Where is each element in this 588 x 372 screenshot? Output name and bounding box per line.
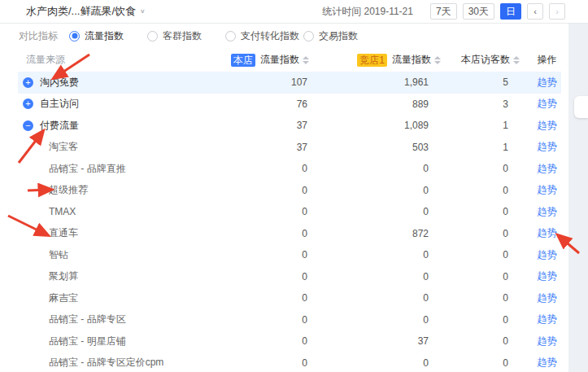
compare-metric-filter: 对比指标 流量指数客群指数支付转化指数交易指数 (0, 24, 588, 48)
table-row[interactable]: + 自主访问 76 889 3 趋势 (18, 94, 561, 116)
table-row[interactable]: 品销宝 - 品牌专区定价cpm 0 0 0 趋势 (18, 352, 561, 372)
comp-index-value: 1,961 (309, 77, 441, 88)
trend-link[interactable]: 趋势 (538, 249, 557, 260)
comp-index-value: 0 (309, 271, 441, 282)
trend-link[interactable]: 趋势 (538, 98, 557, 109)
metric-radio[interactable]: 流量指数 (69, 29, 147, 43)
trend-link[interactable]: 趋势 (538, 335, 557, 347)
visitors-value: 5 (441, 77, 533, 88)
own-index-value: 107 (199, 77, 309, 88)
table-row[interactable]: 淘宝客 37 503 1 趋势 (18, 137, 561, 159)
comp-index-value: 0 (309, 163, 441, 174)
traffic-source-label: 麻吉宝 (49, 291, 78, 305)
visitors-value: 0 (441, 185, 533, 196)
metric-radio[interactable]: 客群指数 (147, 29, 225, 43)
filter-label: 对比指标 (19, 29, 58, 43)
own-index-value: 0 (199, 357, 309, 369)
own-index-value: 0 (199, 314, 309, 326)
trend-link[interactable]: 趋势 (538, 141, 557, 152)
category-dropdown[interactable]: 水产肉类/...鲜蔬果/饮食 ∨ (26, 4, 146, 19)
visitors-column-header[interactable]: 本店访客数 (441, 53, 533, 67)
own-index-value: 0 (199, 163, 309, 174)
traffic-source-label: 聚划算 (49, 269, 78, 283)
traffic-source-label: 超级推荐 (49, 183, 88, 197)
table-row[interactable]: TMAX 0 0 0 趋势 (18, 201, 561, 223)
trend-link[interactable]: 趋势 (538, 184, 557, 195)
prev-day-button[interactable]: ‹ (527, 3, 543, 20)
sort-caret-icon[interactable] (434, 56, 441, 64)
range-button-group: 7天30天日 (425, 3, 521, 20)
trend-link[interactable]: 趋势 (538, 120, 557, 131)
comp-index-value: 872 (309, 228, 441, 239)
trend-link[interactable]: 趋势 (538, 270, 557, 282)
table-row[interactable]: 品销宝 - 品牌直推 0 0 0 趋势 (18, 158, 561, 180)
own-index-value: 76 (199, 98, 309, 110)
metric-radio-group: 流量指数客群指数支付转化指数交易指数 (69, 29, 381, 43)
comp-index-value: 0 (309, 249, 441, 260)
table-row[interactable]: 超级推荐 0 0 0 趋势 (18, 180, 561, 202)
own-index-value: 0 (199, 249, 309, 260)
trend-link[interactable]: 趋势 (538, 292, 557, 304)
comp-index-value: 0 (309, 314, 441, 326)
comp-index-value: 1,089 (309, 120, 441, 131)
action-column-header: 操作 (533, 53, 561, 67)
table-row[interactable]: 直通车 0 872 0 趋势 (18, 223, 561, 245)
scrollbar-track[interactable] (568, 24, 588, 372)
own-index-value: 0 (199, 228, 309, 239)
expand-toggle-icon[interactable]: + (23, 77, 33, 88)
table-row[interactable]: 聚划算 0 0 0 趋势 (18, 266, 561, 288)
visitors-value: 0 (441, 335, 533, 347)
visitors-value: 3 (441, 98, 533, 110)
own-index-value: 37 (199, 142, 309, 153)
sort-caret-icon[interactable] (513, 56, 520, 64)
own-index-value: 37 (199, 120, 309, 131)
table-row[interactable]: + 淘内免费 107 1,961 5 趋势 (18, 72, 561, 94)
scrollbar-thumb[interactable] (574, 96, 588, 118)
comp-index-value: 0 (309, 206, 441, 217)
table-row[interactable]: 智钻 0 0 0 趋势 (18, 244, 561, 266)
expand-toggle-icon[interactable]: − (23, 120, 33, 131)
table-row[interactable]: 品销宝 - 明星店铺 0 37 0 趋势 (18, 330, 561, 352)
own-index-value: 0 (199, 206, 309, 217)
table-row[interactable]: 麻吉宝 0 0 0 趋势 (18, 287, 561, 309)
visitors-value: 1 (441, 142, 533, 153)
range-button[interactable]: 日 (500, 3, 521, 20)
visitors-value: 0 (441, 357, 533, 369)
visitors-header-label: 本店访客数 (461, 53, 510, 67)
comp-index-value: 0 (309, 185, 441, 196)
table-row[interactable]: 品销宝 - 品牌专区 0 0 0 趋势 (18, 309, 561, 331)
source-column-header: 流量来源 (18, 53, 199, 67)
trend-link[interactable]: 趋势 (538, 77, 557, 88)
own-index-value: 0 (199, 185, 309, 196)
trend-link[interactable]: 趋势 (538, 227, 557, 239)
traffic-source-label: 品销宝 - 品牌直推 (49, 162, 126, 176)
category-title: 水产肉类/...鲜蔬果/饮食 (26, 4, 136, 19)
trend-link[interactable]: 趋势 (538, 206, 557, 217)
comp-index-column-header[interactable]: 竞店1 流量指数 (309, 53, 441, 67)
visitors-value: 0 (441, 292, 533, 304)
trend-link[interactable]: 趋势 (538, 357, 557, 368)
metric-radio-label: 交易指数 (319, 29, 358, 43)
range-button[interactable]: 30天 (463, 3, 494, 20)
trend-link[interactable]: 趋势 (538, 163, 557, 174)
visitors-value: 0 (441, 271, 533, 282)
table-row[interactable]: − 付费流量 37 1,089 1 趋势 (18, 115, 561, 137)
trend-link[interactable]: 趋势 (538, 313, 557, 325)
traffic-source-label: TMAX (49, 206, 76, 217)
metric-radio[interactable]: 支付转化指数 (225, 29, 303, 43)
range-button[interactable]: 7天 (430, 3, 457, 20)
visitors-value: 0 (441, 228, 533, 239)
own-shop-badge: 本店 (231, 54, 255, 67)
own-index-header-label: 流量指数 (260, 53, 299, 67)
top-bar: 水产肉类/...鲜蔬果/饮食 ∨ 统计时间 2019-11-21 7天30天日 … (0, 0, 588, 24)
traffic-source-label: 品销宝 - 品牌专区 (49, 313, 126, 326)
traffic-source-label: 智钻 (49, 248, 68, 262)
next-day-button[interactable]: › (549, 3, 565, 20)
expand-toggle-icon[interactable]: + (23, 98, 33, 109)
metric-radio[interactable]: 交易指数 (303, 29, 381, 43)
traffic-source-label: 淘内免费 (40, 76, 79, 90)
own-index-column-header[interactable]: 本店 流量指数 (199, 53, 309, 67)
competitor-badge: 竞店1 (357, 54, 387, 67)
own-index-value: 0 (199, 271, 309, 282)
sort-caret-icon[interactable] (303, 56, 309, 64)
